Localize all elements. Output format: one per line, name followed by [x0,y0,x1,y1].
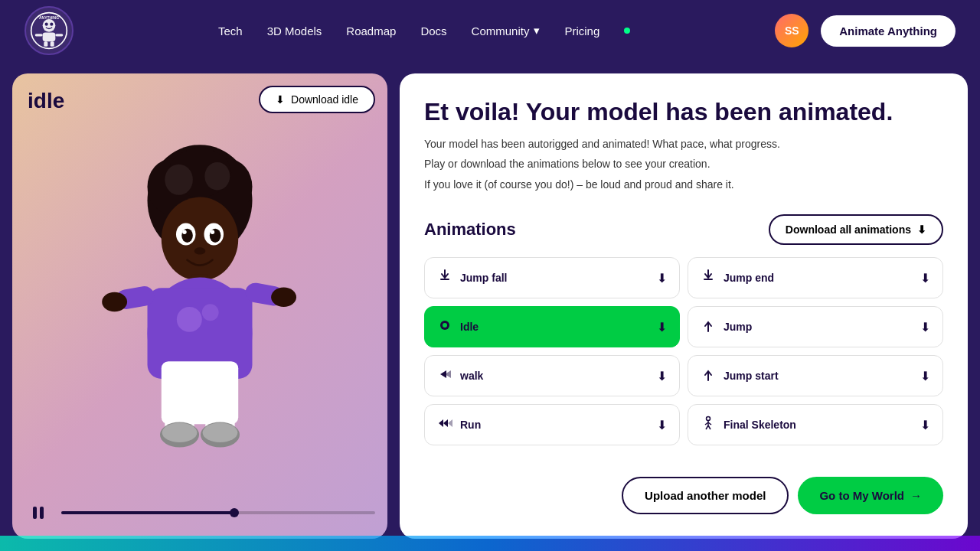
final-skeleton-icon [701,416,716,434]
svg-point-45 [443,323,447,328]
svg-point-28 [202,304,219,321]
svg-point-30 [102,292,127,312]
main-nav: Tech 3D Models Roadmap Docs Community Pr… [218,24,630,37]
walk-icon [437,367,452,385]
download-idle-button[interactable]: ⬇ Download idle [259,86,375,113]
jump-end-icon [701,269,716,287]
progress-fill [61,511,234,514]
svg-rect-42 [440,279,449,280]
svg-rect-40 [33,507,37,519]
jump-fall-icon [437,269,452,287]
animation-name-jump: Jump [724,321,752,333]
header: ANYTHING Tech 3D Models Roadmap Docs Com… [0,0,980,61]
animation-name-run: Run [460,419,481,431]
animation-item-jump-start[interactable]: Jump start ⬇ [688,355,943,396]
svg-point-1 [43,19,56,32]
svg-point-22 [211,230,214,234]
animate-anything-button[interactable]: Animate Anything [821,15,956,47]
animation-item-idle[interactable]: Idle ⬇ [424,306,680,347]
svg-rect-5 [35,34,43,36]
svg-line-55 [706,425,708,429]
animation-name-jump-end: Jump end [724,272,774,284]
svg-marker-49 [443,419,448,427]
bottom-actions: Upload another model Go to My World → [424,477,943,514]
svg-text:ANYTHING: ANYTHING [39,15,59,20]
svg-point-15 [204,162,230,191]
avatar[interactable]: SS [775,14,808,47]
nav-community[interactable]: Community [472,24,541,37]
jump-start-icon [701,367,716,385]
svg-marker-48 [439,419,443,427]
download-jump-fall-icon: ⬇ [657,271,667,285]
svg-point-3 [50,23,53,26]
svg-rect-7 [44,41,47,47]
nav-roadmap[interactable]: Roadmap [346,24,396,37]
svg-point-16 [162,197,238,282]
pause-button[interactable] [24,499,52,527]
download-walk-icon: ⬇ [657,369,667,383]
download-run-icon: ⬇ [657,418,667,432]
download-icon: ⬇ [276,93,285,106]
animation-grid: Jump fall ⬇ Jump end ⬇ [424,257,943,445]
animation-name-jump-fall: Jump fall [460,272,507,284]
playback-controls [24,499,375,527]
main-content: idle ⬇ Download idle [0,61,980,551]
idle-icon [437,318,452,336]
svg-line-56 [708,425,710,429]
nav-tech[interactable]: Tech [218,24,243,37]
animation-item-final-skeleton[interactable]: Final Skeleton ⬇ [688,404,943,445]
progress-bar[interactable] [61,511,375,514]
download-all-icon: ⬇ [917,223,926,236]
download-jump-icon: ⬇ [920,320,930,334]
animation-item-jump[interactable]: Jump ⬇ [688,306,943,347]
progress-dot [230,508,239,517]
download-jump-start-icon: ⬇ [920,369,930,383]
download-final-skeleton-icon: ⬇ [920,418,930,432]
svg-rect-6 [55,34,63,36]
svg-rect-41 [40,507,44,519]
download-all-button[interactable]: Download all animations ⬇ [769,214,943,245]
animation-item-jump-end[interactable]: Jump end ⬇ [688,257,943,298]
chevron-down-icon [532,24,540,37]
animations-header: Animations Download all animations ⬇ [424,214,943,245]
svg-point-39 [203,423,238,443]
character-svg [93,138,307,459]
animations-section-title: Animations [424,220,516,240]
result-desc-2: Play or download the animations below to… [424,155,943,172]
animation-item-jump-fall[interactable]: Jump fall ⬇ [424,257,680,298]
animations-section: Animations Download all animations ⬇ Jum… [424,214,943,458]
result-panel: Et voila! Your model has been animated. … [400,73,968,539]
logo-area: ANYTHING [24,6,74,55]
svg-point-21 [182,230,186,234]
result-desc-1: Your model has been autorigged and anima… [424,135,943,152]
model-animation-label: idle [28,89,64,113]
character-container [12,89,387,508]
nav-docs[interactable]: Docs [420,24,446,37]
svg-rect-8 [51,41,54,47]
nav-pricing[interactable]: Pricing [564,24,599,37]
svg-point-37 [162,423,198,443]
download-idle-icon: ⬇ [657,320,667,334]
arrow-right-icon: → [910,489,922,502]
status-dot [624,28,630,34]
animation-item-walk[interactable]: walk ⬇ [424,355,680,396]
svg-point-32 [271,287,296,307]
result-desc-3: If you love it (of course you do!) – be … [424,176,943,193]
svg-point-23 [194,247,206,254]
my-world-button[interactable]: Go to My World → [798,477,943,514]
svg-rect-43 [704,279,713,280]
svg-point-2 [45,23,48,26]
animation-name-idle: Idle [460,321,479,333]
download-jump-end-icon: ⬇ [920,271,930,285]
upload-another-button[interactable]: Upload another model [622,477,789,514]
result-title: Et voila! Your model has been animated. [424,98,943,126]
animation-name-final-skeleton: Final Skeleton [724,419,796,431]
logo: ANYTHING [24,6,74,55]
animation-name-jump-start: Jump start [724,370,779,382]
nav-3d-models[interactable]: 3D Models [267,24,322,37]
animation-item-run[interactable]: Run ⬇ [424,404,680,445]
svg-point-51 [707,417,710,421]
svg-point-27 [177,307,202,332]
svg-rect-4 [43,33,56,42]
svg-marker-50 [448,419,452,427]
